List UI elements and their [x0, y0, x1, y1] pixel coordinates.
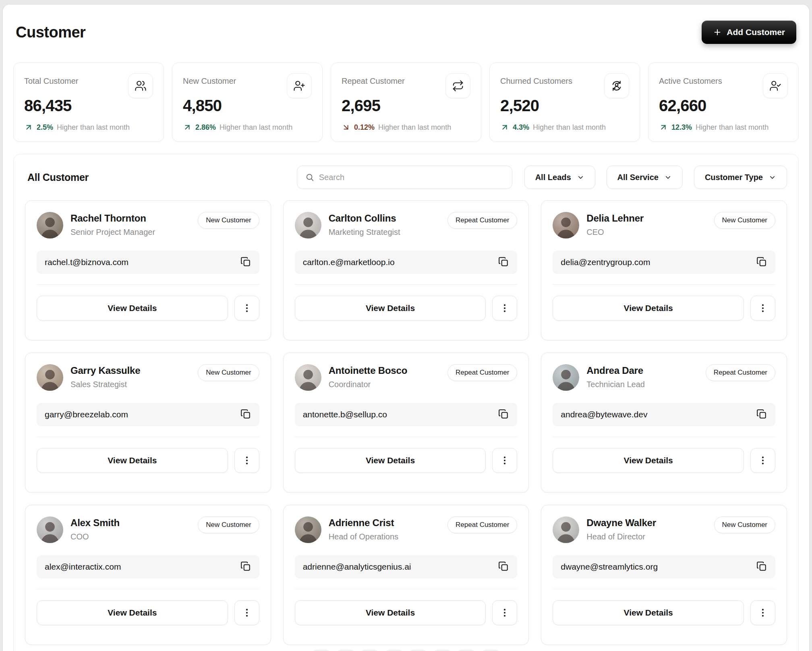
- view-details-button[interactable]: View Details: [295, 600, 486, 625]
- more-options-button[interactable]: [492, 448, 517, 473]
- card-divider: [295, 437, 518, 437]
- avatar: [37, 364, 63, 391]
- more-options-button[interactable]: [492, 296, 517, 321]
- kebab-icon: [242, 607, 252, 618]
- copy-email-button[interactable]: [498, 257, 509, 268]
- copy-email-button[interactable]: [240, 257, 251, 268]
- chevron-down-icon: [577, 174, 584, 181]
- card-actions: View Details: [37, 600, 259, 625]
- more-options-button[interactable]: [750, 296, 775, 321]
- card-divider: [553, 437, 775, 437]
- customer-type-badge: New Customer: [198, 516, 259, 533]
- copy-email-button[interactable]: [240, 409, 251, 420]
- trend-up-icon: [24, 123, 33, 132]
- more-options-button[interactable]: [234, 296, 259, 321]
- customer-card-top: Adrienne Crist Head of Operations Repeat…: [295, 516, 518, 543]
- copy-email-button[interactable]: [240, 561, 251, 572]
- email-pill: andrea@bytewave.dev: [553, 403, 775, 426]
- copy-icon: [498, 257, 509, 267]
- user-check-icon: [763, 73, 788, 98]
- search-box[interactable]: [297, 166, 512, 189]
- customer-role: Marketing Strategist: [329, 228, 400, 237]
- copy-icon: [756, 561, 767, 572]
- customer-role: COO: [70, 532, 120, 541]
- stats-row: Total Customer 86,435 2.5% Higher than l…: [13, 62, 799, 142]
- stat-value: 2,520: [500, 97, 629, 115]
- copy-email-button[interactable]: [498, 409, 509, 420]
- card-actions: View Details: [295, 448, 518, 473]
- customer-role: Head of Director: [586, 532, 656, 541]
- customer-identity: Carlton Collins Marketing Strategist: [329, 212, 400, 237]
- view-details-button[interactable]: View Details: [553, 448, 744, 473]
- trend-down-icon: [342, 123, 350, 132]
- avatar: [553, 516, 579, 543]
- stat-label: New Customer: [183, 77, 236, 86]
- view-details-button[interactable]: View Details: [553, 600, 744, 625]
- more-options-button[interactable]: [234, 600, 259, 625]
- avatar: [37, 212, 63, 238]
- stat-card: Churned Customers 2,520 4.3% Higher than…: [489, 62, 640, 142]
- kebab-icon: [499, 455, 510, 466]
- kebab-icon: [758, 303, 768, 313]
- avatar: [553, 212, 579, 238]
- customer-type-badge: Repeat Customer: [447, 364, 517, 381]
- customer-identity: Andrea Dare Technician Lead: [586, 364, 645, 389]
- customer-name: Delia Lehner: [586, 213, 644, 224]
- copy-email-button[interactable]: [756, 409, 767, 420]
- more-options-button[interactable]: [234, 448, 259, 473]
- view-details-button[interactable]: View Details: [37, 296, 228, 321]
- view-details-button[interactable]: View Details: [553, 296, 744, 321]
- chevron-down-icon: [664, 174, 672, 181]
- more-options-button[interactable]: [492, 600, 517, 625]
- customer-card-top: Garry Kassulke Sales Strategist New Cust…: [37, 364, 259, 391]
- customer-name: Andrea Dare: [586, 365, 645, 376]
- customer-card: Carlton Collins Marketing Strategist Rep…: [283, 200, 529, 340]
- customer-card-top: Carlton Collins Marketing Strategist Rep…: [295, 212, 518, 238]
- trend-percent: 2.86%: [195, 123, 216, 132]
- card-actions: View Details: [553, 600, 775, 625]
- customer-type-badge: Repeat Customer: [447, 212, 517, 229]
- more-options-button[interactable]: [750, 448, 775, 473]
- trend-percent: 4.3%: [513, 123, 529, 132]
- stat-card-top: Total Customer: [24, 73, 153, 98]
- email-pill: antonette.b@sellup.co: [295, 403, 518, 426]
- copy-icon: [240, 257, 251, 267]
- kebab-icon: [758, 607, 768, 618]
- view-details-button[interactable]: View Details: [295, 448, 486, 473]
- customer-card: Antoinette Bosco Coordinator Repeat Cust…: [283, 352, 529, 493]
- more-options-button[interactable]: [750, 600, 775, 625]
- trend-percent: 0.12%: [354, 123, 375, 132]
- kebab-icon: [499, 607, 510, 618]
- user-plus-icon: [287, 73, 312, 98]
- copy-email-button[interactable]: [756, 257, 767, 268]
- view-details-button[interactable]: View Details: [37, 600, 228, 625]
- avatar: [295, 212, 321, 238]
- filter-customer-type[interactable]: Customer Type: [694, 166, 787, 189]
- copy-icon: [756, 257, 767, 267]
- copy-email-button[interactable]: [498, 561, 509, 572]
- repeat-icon: [445, 73, 470, 98]
- filter-all-service[interactable]: All Service: [607, 166, 683, 189]
- add-customer-button[interactable]: Add Customer: [702, 21, 796, 44]
- copy-email-button[interactable]: [756, 561, 767, 572]
- customer-type-badge: Repeat Customer: [706, 364, 775, 381]
- copy-icon: [240, 561, 251, 572]
- customer-email: delia@zentrygroup.com: [561, 257, 650, 267]
- stat-value: 2,695: [342, 97, 470, 115]
- customer-name: Carlton Collins: [329, 213, 400, 224]
- email-pill: alex@interactix.com: [37, 555, 259, 578]
- filter-all-leads[interactable]: All Leads: [524, 166, 595, 189]
- stat-card-top: Active Customers: [659, 73, 788, 98]
- stat-card-top: Repeat Customer: [342, 73, 470, 98]
- trend-text: Higher than last month: [378, 123, 451, 132]
- search-input[interactable]: [319, 173, 504, 182]
- customer-card: Garry Kassulke Sales Strategist New Cust…: [25, 352, 271, 493]
- page-title: Customer: [16, 24, 85, 41]
- customer-card-top: Rachel Thornton Senior Project Manager N…: [37, 212, 259, 238]
- customer-card: Adrienne Crist Head of Operations Repeat…: [283, 505, 529, 645]
- stat-card: Repeat Customer 2,695 0.12% Higher than …: [331, 62, 481, 142]
- stat-card-top: New Customer: [183, 73, 312, 98]
- view-details-button[interactable]: View Details: [37, 448, 228, 473]
- view-details-button[interactable]: View Details: [295, 296, 486, 321]
- trend-text: Higher than last month: [696, 123, 768, 132]
